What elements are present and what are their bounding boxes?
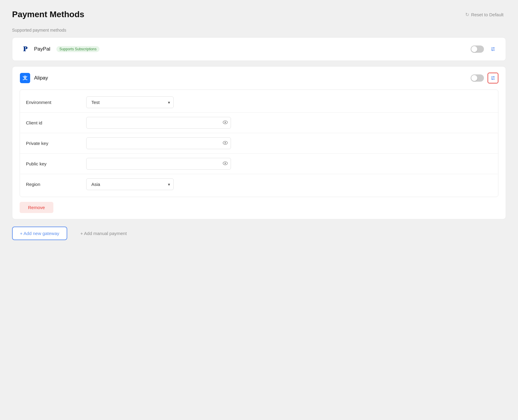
paypal-toggle[interactable]: [471, 45, 484, 53]
public-key-input[interactable]: [86, 158, 231, 170]
alipay-card: 支 Alipay Environment: [12, 66, 506, 219]
svg-point-10: [493, 76, 494, 77]
paypal-subscription-badge: Supports Subscriptions: [56, 46, 99, 52]
environment-label: Environment: [26, 100, 80, 105]
region-row: Region Asia Europe Americas ▾: [20, 174, 498, 194]
alipay-config-section: Environment Test Production ▾ Client id: [20, 89, 498, 197]
reset-icon: ↻: [465, 12, 469, 17]
region-label: Region: [26, 182, 80, 187]
section-label: Supported payment methods: [12, 28, 506, 33]
svg-point-4: [493, 47, 494, 48]
client-id-label: Client id: [26, 120, 80, 125]
page-header: Payment Methods ↻ Reset to Default: [12, 10, 506, 19]
private-key-wrapper: [86, 137, 231, 149]
public-key-control: [86, 158, 492, 170]
paypal-controls: [471, 44, 498, 55]
svg-point-9: [491, 78, 492, 79]
svg-point-5: [492, 50, 493, 51]
client-id-wrapper: [86, 117, 231, 129]
alipay-method-row: 支 Alipay: [20, 73, 498, 83]
environment-select-wrapper: Test Production ▾: [86, 96, 174, 108]
environment-select[interactable]: Test Production: [86, 96, 174, 108]
paypal-card: 𝐏 PayPal Supports Subscriptions: [12, 37, 506, 61]
paypal-name: PayPal: [34, 46, 50, 52]
page-title: Payment Methods: [12, 10, 84, 19]
svg-point-15: [225, 142, 226, 143]
public-key-wrapper: [86, 158, 231, 170]
alipay-toggle[interactable]: [471, 74, 484, 82]
private-key-label: Private key: [26, 141, 80, 146]
region-select-wrapper: Asia Europe Americas ▾: [86, 178, 174, 190]
paypal-settings-button[interactable]: [488, 44, 498, 55]
alipay-settings-button[interactable]: [488, 73, 498, 83]
client-id-row: Client id: [20, 113, 498, 133]
environment-row: Environment Test Production ▾: [20, 92, 498, 112]
client-id-eye-button[interactable]: [223, 120, 228, 126]
svg-point-13: [225, 121, 226, 123]
public-key-label: Public key: [26, 161, 80, 166]
svg-point-17: [225, 162, 226, 164]
alipay-icon: 支: [20, 73, 30, 83]
alipay-controls: [471, 73, 498, 83]
add-manual-payment-button[interactable]: + Add manual payment: [73, 227, 134, 240]
paypal-method-row: 𝐏 PayPal Supports Subscriptions: [20, 44, 498, 55]
region-control: Asia Europe Americas ▾: [86, 178, 492, 190]
client-id-control: [86, 117, 492, 129]
public-key-eye-button[interactable]: [223, 161, 228, 167]
alipay-method-left: 支 Alipay: [20, 73, 48, 83]
private-key-row: Private key: [20, 133, 498, 153]
add-gateway-button[interactable]: + Add new gateway: [12, 227, 67, 240]
svg-point-11: [492, 79, 493, 80]
alipay-name: Alipay: [34, 75, 48, 81]
bottom-actions: + Add new gateway + Add manual payment: [12, 227, 506, 240]
region-select[interactable]: Asia Europe Americas: [86, 178, 174, 190]
svg-point-3: [491, 49, 492, 50]
private-key-eye-button[interactable]: [223, 141, 228, 146]
private-key-input[interactable]: [86, 137, 231, 149]
alipay-remove-button[interactable]: Remove: [20, 202, 53, 213]
reset-to-default-button[interactable]: ↻ Reset to Default: [463, 11, 506, 19]
public-key-row: Public key: [20, 154, 498, 174]
client-id-input[interactable]: [86, 117, 231, 129]
environment-control: Test Production ▾: [86, 96, 492, 108]
alipay-icon-wrapper: 支: [20, 73, 30, 83]
paypal-icon: 𝐏: [20, 44, 30, 55]
private-key-control: [86, 137, 492, 149]
paypal-method-left: 𝐏 PayPal Supports Subscriptions: [20, 44, 99, 55]
